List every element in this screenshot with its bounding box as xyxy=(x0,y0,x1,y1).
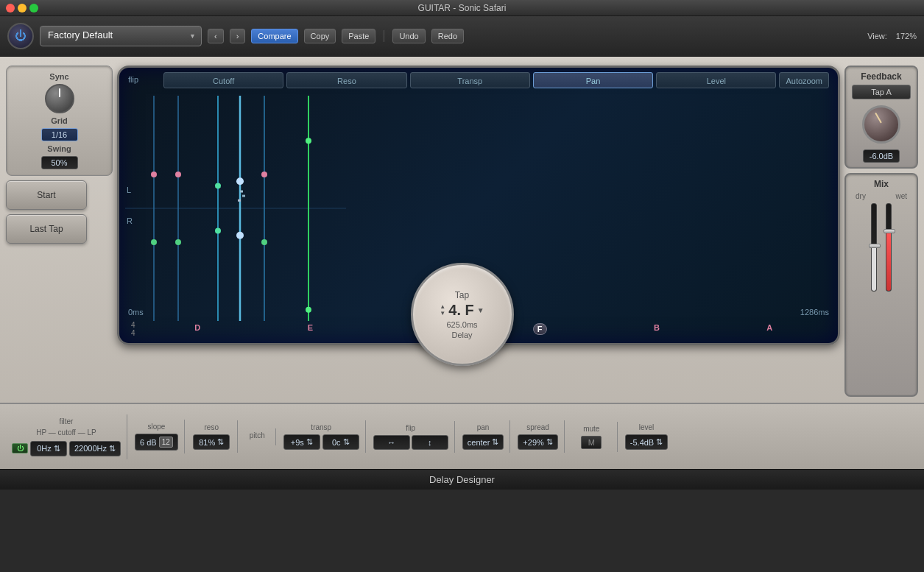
nav-forward-button[interactable]: › xyxy=(230,29,246,43)
tap-down-arrow[interactable]: ▼ xyxy=(440,311,445,317)
svg-point-5 xyxy=(175,172,181,177)
sync-knob-indicator xyxy=(59,88,60,97)
dry-fader[interactable] xyxy=(871,203,877,292)
transp-val1[interactable]: +9s ⇅ xyxy=(283,434,320,450)
nav-back-button[interactable]: ‹ xyxy=(208,29,224,43)
wet-handle[interactable] xyxy=(884,229,895,233)
tap-circle[interactable]: Tap ▲ ▼ 4. F ▼ 625.0ms Delay xyxy=(411,263,514,366)
flip-btn2[interactable]: ↕ xyxy=(412,435,448,450)
window-controls xyxy=(6,4,38,13)
left-panel: Sync Grid 1/16 Swing 50% Start Last Tap xyxy=(6,66,113,397)
svg-point-2 xyxy=(151,172,157,177)
bottom-controls: filter HP — cutoff — LP ⏻ 0Hz ⇅ 22000Hz … xyxy=(0,403,924,469)
slope-label: slope xyxy=(147,423,165,431)
top-bar: GUITAR - Sonic Safari xyxy=(0,0,924,16)
spread-section: spread +29% ⇅ xyxy=(512,420,564,453)
svg-point-15 xyxy=(261,239,267,245)
feedback-value[interactable]: -6.0dB xyxy=(863,149,900,163)
svg-point-3 xyxy=(151,239,157,245)
slope-section: slope 6 dB 12 xyxy=(129,420,185,453)
wet-fill xyxy=(886,232,891,291)
spread-value[interactable]: +29% ⇅ xyxy=(518,434,557,450)
slope-value[interactable]: 6 dB 12 xyxy=(135,434,178,451)
paste-button[interactable]: Paste xyxy=(342,29,375,43)
filter-controls: ⏻ 0Hz ⇅ 22000Hz ⇅ xyxy=(12,441,121,456)
pan-tab[interactable]: Pan xyxy=(533,72,653,88)
filter-hz-high-arrows: ⇅ xyxy=(109,444,116,453)
tap-overlay: Tap ▲ ▼ 4. F ▼ 625.0ms Delay xyxy=(411,263,514,366)
mute-section: mute M xyxy=(566,422,618,452)
transp-val2[interactable]: 0c ⇅ xyxy=(322,434,359,450)
level-tab[interactable]: Level xyxy=(656,72,776,88)
pan-value[interactable]: center ⇅ xyxy=(462,434,504,450)
filter-section: filter HP — cutoff — LP ⏻ 0Hz ⇅ 22000Hz … xyxy=(6,414,127,459)
level-value[interactable]: -5.4dB ⇅ xyxy=(625,434,668,450)
note-f[interactable]: F xyxy=(533,323,547,335)
mix-labels: dry wet xyxy=(856,192,907,200)
last-tap-button[interactable]: Last Tap xyxy=(6,214,87,244)
plugin-header: ⏻ Factory Default ‹ › Compare Copy Paste… xyxy=(0,16,924,57)
reso-tab[interactable]: Reso xyxy=(286,72,406,88)
filter-hz-high[interactable]: 22000Hz ⇅ xyxy=(69,441,121,456)
mute-label: mute xyxy=(583,425,599,433)
power-button[interactable]: ⏻ xyxy=(7,23,34,49)
filter-toggle[interactable]: ⏻ xyxy=(12,443,28,453)
slope-db-val: 6 xyxy=(140,438,144,447)
note-a[interactable]: A xyxy=(766,323,772,335)
lr-labels: L R xyxy=(127,186,133,225)
mix-box: Mix dry wet xyxy=(844,173,918,397)
view-label: View: xyxy=(867,32,887,40)
time-start: 0ms xyxy=(128,308,144,317)
tap-up-arrow[interactable]: ▲ xyxy=(440,304,445,310)
slope-val2: 12 xyxy=(159,437,173,448)
swing-value[interactable]: 50% xyxy=(41,156,78,169)
pitch-label: pitch xyxy=(250,431,265,439)
undo-button[interactable]: Undo xyxy=(392,29,425,43)
start-button[interactable]: Start xyxy=(6,180,87,210)
tap-note-display: ▲ ▼ 4. F ▼ xyxy=(440,302,484,319)
filter-hz-low[interactable]: 0Hz ⇅ xyxy=(30,441,67,456)
grid-value[interactable]: 1/16 xyxy=(41,128,78,141)
tap-ms: 625.0ms xyxy=(446,320,477,329)
feedback-knob-indicator xyxy=(875,113,882,124)
note-b[interactable]: B xyxy=(654,323,660,335)
compare-button[interactable]: Compare xyxy=(251,29,297,43)
toolbar-divider xyxy=(384,30,384,42)
dry-handle[interactable] xyxy=(869,244,881,248)
reso-value[interactable]: 81% ⇅ xyxy=(193,434,230,450)
note-d[interactable]: D xyxy=(194,323,200,335)
cutoff-tab[interactable]: Cutoff xyxy=(163,72,283,88)
minimize-button[interactable] xyxy=(18,4,27,13)
slope-db-unit: dB xyxy=(147,438,156,447)
maximize-button[interactable] xyxy=(29,4,38,13)
tap-delay-label: Delay xyxy=(451,331,472,339)
svg-rect-19 xyxy=(240,191,243,193)
flip-label: flip xyxy=(128,75,138,84)
feedback-box: Feedback Tap A -6.0dB xyxy=(844,66,918,169)
r-label: R xyxy=(127,216,133,225)
flip-btn1[interactable]: ↔ xyxy=(373,435,410,450)
preset-dropdown[interactable]: Factory Default xyxy=(40,26,202,46)
tap-dropdown-arrow[interactable]: ▼ xyxy=(477,306,484,314)
plugin-body: Sync Grid 1/16 Swing 50% Start Last Tap … xyxy=(0,57,924,469)
feedback-knob[interactable] xyxy=(862,105,900,144)
power-icon: ⏻ xyxy=(15,30,27,42)
app-name: Delay Designer xyxy=(429,474,495,485)
mix-faders xyxy=(871,203,892,292)
transp-label: transp xyxy=(311,423,331,431)
autozoom-button[interactable]: Autozoom xyxy=(779,72,829,88)
copy-button[interactable]: Copy xyxy=(304,29,336,43)
svg-point-14 xyxy=(261,172,267,177)
mute-button[interactable]: M xyxy=(581,436,602,449)
sync-label: Sync xyxy=(49,72,68,81)
tap-visualization xyxy=(125,96,346,321)
close-button[interactable] xyxy=(6,4,15,13)
transp-tab[interactable]: Transp xyxy=(410,72,530,88)
svg-point-12 xyxy=(236,232,244,239)
sync-knob[interactable] xyxy=(45,84,74,113)
dry-fill xyxy=(872,247,876,291)
tap-a-select[interactable]: Tap A xyxy=(852,85,911,99)
redo-button[interactable]: Redo xyxy=(431,29,464,43)
note-e[interactable]: E xyxy=(308,323,313,335)
wet-fader[interactable] xyxy=(886,203,892,292)
